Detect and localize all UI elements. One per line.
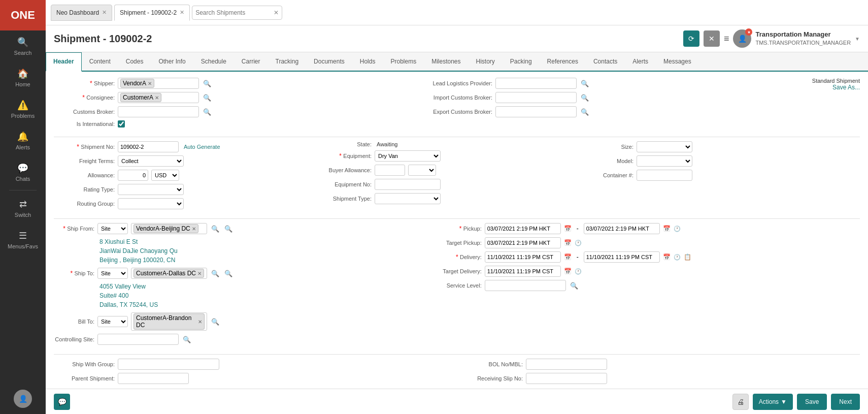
shipper-tag-remove[interactable]: ✕ <box>148 81 152 86</box>
ship-from-site-input[interactable]: VendorA-Beijing DC ✕ <box>131 223 207 234</box>
target-pickup-input[interactable] <box>485 237 561 248</box>
tab-codes[interactable]: Codes <box>118 52 151 71</box>
next-button[interactable]: Next <box>831 394 860 410</box>
ship-with-group-input[interactable] <box>118 359 219 370</box>
print-button[interactable]: 🖨 <box>732 394 749 410</box>
lead-logistics-search[interactable]: 🔍 <box>580 80 590 87</box>
tab-holds[interactable]: Holds <box>352 52 383 71</box>
is-international-checkbox[interactable] <box>118 120 125 128</box>
tab-alerts[interactable]: Alerts <box>625 52 656 71</box>
target-pickup-calendar-icon[interactable]: 📅 <box>564 239 572 246</box>
target-delivery-input[interactable] <box>485 266 561 277</box>
ship-to-search2[interactable]: 🔍 <box>223 270 233 277</box>
tab-other-info[interactable]: Other Info <box>151 52 193 71</box>
ship-to-tag-remove[interactable]: ✕ <box>197 271 202 276</box>
tab-close-neo-dashboard[interactable]: ✕ <box>102 9 107 16</box>
search-shipments-input[interactable] <box>195 9 272 16</box>
sidebar-item-menus[interactable]: ☰ Menus/Favs <box>0 224 46 256</box>
delivery-calendar-icon[interactable]: 📅 <box>564 253 572 261</box>
equipment-select[interactable]: Dry Van Reefer Flatbed <box>375 150 441 162</box>
consignee-input[interactable]: CustomerA ✕ <box>118 92 199 103</box>
tab-packing[interactable]: Packing <box>503 52 540 71</box>
tab-problems[interactable]: Problems <box>383 52 424 71</box>
rating-type-select[interactable] <box>118 184 184 195</box>
search-tab-close-icon[interactable]: ✕ <box>274 9 279 16</box>
pickup-date2-input[interactable] <box>584 223 660 234</box>
receiving-slip-input[interactable] <box>526 373 607 384</box>
routing-group-select[interactable] <box>118 198 184 209</box>
bol-input[interactable] <box>526 359 607 370</box>
chat-button[interactable]: 💬 <box>54 394 70 410</box>
ship-to-site-input[interactable]: CustomerA-Dallas DC ✕ <box>131 268 207 279</box>
menu-button[interactable]: ≡ <box>724 34 729 44</box>
shipper-input[interactable]: VendorA ✕ <box>118 78 199 89</box>
shipment-type-select[interactable] <box>375 193 441 204</box>
freight-terms-select[interactable]: Collect Prepaid Third Party <box>118 155 184 167</box>
ship-from-search2[interactable]: 🔍 <box>223 225 233 233</box>
sidebar-item-alerts[interactable]: 🔔 Alerts <box>0 125 46 156</box>
controlling-site-search[interactable]: 🔍 <box>182 336 192 343</box>
pickup-clock-icon[interactable]: 🕐 <box>674 226 681 232</box>
tab-search-shipments[interactable]: ✕ <box>192 6 282 20</box>
sidebar-item-switch[interactable]: ⇄ Switch <box>0 193 46 224</box>
equipment-no-input[interactable] <box>375 179 441 190</box>
shipment-no-input[interactable] <box>118 141 179 152</box>
bill-to-site-input[interactable]: CustomerA-Brandon DC ✕ <box>131 312 207 331</box>
tab-contacts[interactable]: Contacts <box>586 52 625 71</box>
parent-shipment-input[interactable] <box>118 373 189 384</box>
consignee-tag-remove[interactable]: ✕ <box>155 95 159 101</box>
refresh-button[interactable]: ⟳ <box>683 30 699 47</box>
tab-tracking[interactable]: Tracking <box>268 52 307 71</box>
bill-to-search[interactable]: 🔍 <box>210 318 220 326</box>
import-customs-search[interactable]: 🔍 <box>580 94 590 102</box>
tab-history[interactable]: History <box>469 52 503 71</box>
target-pickup-clock-icon[interactable]: 🕐 <box>575 240 582 246</box>
tab-content[interactable]: Content <box>82 52 118 71</box>
save-button[interactable]: Save <box>797 394 827 410</box>
pickup-date-input[interactable] <box>485 223 561 234</box>
buyer-allowance-currency[interactable] <box>408 165 436 176</box>
tab-messages[interactable]: Messages <box>656 52 699 71</box>
ship-to-search[interactable]: 🔍 <box>210 270 220 277</box>
ship-from-type-select[interactable]: Site <box>97 223 128 234</box>
service-level-input[interactable] <box>485 280 566 291</box>
allowance-currency-select[interactable]: USD <box>151 170 179 181</box>
ship-from-search[interactable]: 🔍 <box>210 225 220 233</box>
shipper-search-button[interactable]: 🔍 <box>202 80 212 87</box>
customs-broker-input[interactable] <box>118 106 199 117</box>
delivery-calendar2-icon[interactable]: 📅 <box>663 253 671 261</box>
delivery-date2-input[interactable] <box>584 251 660 263</box>
export-customs-search[interactable]: 🔍 <box>580 108 590 116</box>
delivery-clock-icon[interactable]: 🕐 <box>674 254 681 261</box>
bill-to-type-select[interactable]: Site <box>97 316 128 327</box>
size-select[interactable] <box>637 141 692 152</box>
ship-from-tag-remove[interactable]: ✕ <box>192 226 196 232</box>
tab-references[interactable]: References <box>540 52 586 71</box>
model-select[interactable] <box>637 155 692 167</box>
tab-documents[interactable]: Documents <box>306 52 352 71</box>
tab-carrier[interactable]: Carrier <box>234 52 268 71</box>
consignee-search-button[interactable]: 🔍 <box>202 94 212 102</box>
save-as-link[interactable]: Save As... <box>832 84 860 91</box>
ship-to-type-select[interactable]: Site <box>97 268 128 279</box>
auto-generate-link[interactable]: Auto Generate <box>184 144 220 150</box>
delivery-notes-icon[interactable]: 📋 <box>684 253 691 261</box>
lead-logistics-input[interactable] <box>495 78 577 89</box>
container-input[interactable] <box>637 170 692 181</box>
pickup-calendar-icon[interactable]: 📅 <box>564 225 572 232</box>
customs-broker-search[interactable]: 🔍 <box>202 108 212 116</box>
sidebar-item-avatar[interactable]: 👤 <box>0 384 46 414</box>
service-level-search[interactable]: 🔍 <box>569 282 579 290</box>
sidebar-item-home[interactable]: 🏠 Home <box>0 62 46 93</box>
actions-button[interactable]: Actions ▼ <box>753 394 793 410</box>
target-delivery-clock-icon[interactable]: 🕐 <box>575 268 582 275</box>
sidebar-item-search[interactable]: 🔍 Search <box>0 30 46 62</box>
export-customs-input[interactable] <box>495 106 577 117</box>
buyer-allowance-input[interactable] <box>375 165 405 176</box>
allowance-input[interactable] <box>118 170 148 181</box>
user-dropdown-icon[interactable]: ▼ <box>855 36 860 42</box>
close-button[interactable]: ✕ <box>704 30 720 47</box>
tab-neo-dashboard[interactable]: Neo Dashboard ✕ <box>51 5 112 21</box>
pickup-calendar2-icon[interactable]: 📅 <box>663 225 671 232</box>
sidebar-item-chats[interactable]: 💬 Chats <box>0 156 46 188</box>
